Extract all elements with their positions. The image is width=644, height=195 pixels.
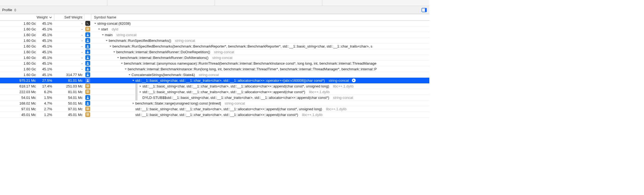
column-header-self-weight[interactable]: Self Weight	[54, 14, 84, 20]
system-library-icon	[85, 89, 90, 94]
tree-row[interactable]: 1.60 Gc 45.1% - benchmark::internal::Ben…	[0, 49, 429, 55]
symbol-cell: benchmark::RunSpecifiedBenchmarks() stri…	[91, 39, 429, 43]
column-header-symbol[interactable]: Symbol Name	[91, 14, 429, 20]
chevron-down-icon[interactable]	[124, 68, 127, 70]
weight-percent: 2.7%	[39, 107, 52, 111]
symbol-library: string-concat	[175, 39, 195, 43]
self-weight-cell: 314.77 Mc	[54, 73, 84, 77]
weight-value: 222.03 Mc	[12, 90, 36, 94]
svg-rect-2	[87, 28, 87, 30]
tree-row[interactable]: 1.60 Gc 45.1% - main string-concat	[0, 32, 429, 38]
tree-row[interactable]: 45.01 Mc 1.2% 45.01 Mc std::__1::basic_s…	[0, 112, 429, 118]
svg-rect-18	[87, 91, 87, 93]
weight-value: 1.60 Gc	[12, 33, 36, 37]
chevron-down-icon[interactable]	[97, 28, 101, 30]
tree-row[interactable]: 54.01 Mc 1.5% 54.01 Mc DYLD-STUB$$std::_…	[0, 95, 429, 100]
focus-arrow-icon[interactable]	[352, 78, 356, 83]
system-library-icon	[85, 84, 90, 89]
svg-point-7	[87, 45, 88, 46]
svg-rect-1	[425, 8, 426, 12]
symbol-name: std::__1::basic_string<char, std::__1::c…	[135, 78, 325, 83]
chevron-down-icon[interactable]	[120, 62, 123, 65]
symbol-library: libc++.1.dylib	[302, 113, 323, 117]
self-weight-cell: -	[54, 50, 84, 54]
symbol-name: DYLD-STUB$$std::__1::basic_string<char, …	[142, 96, 329, 100]
row-kind-icon	[84, 78, 91, 83]
tree-row[interactable]: 618.17 Mc 17.4% 251.03 Mc std::__1::basi…	[0, 83, 429, 89]
weight-value: 1.60 Gc	[12, 27, 36, 31]
self-weight-cell: 54.01 Mc	[54, 96, 84, 100]
tab-segment[interactable]	[0, 0, 107, 6]
self-weight-cell: 251.03 Mc	[54, 84, 84, 88]
tree-row[interactable]: 1.60 Gc 45.1% - string-concat (82038)	[0, 21, 429, 26]
symbol-library: string-concat	[212, 56, 232, 60]
tree-row[interactable]: 222.03 Mc 6.2% 81.01 Mc std::__1::basic_…	[0, 89, 429, 95]
tree-row[interactable]: 1.60 Gc 45.1% - start dyld	[0, 26, 429, 32]
svg-point-13	[87, 79, 88, 80]
column-header-weight[interactable]: Weight	[0, 14, 54, 20]
tree-row[interactable]: 1.60 Gc 45.1% - benchmark::internal::Ben…	[0, 66, 429, 72]
weight-percent: 45.1%	[39, 39, 52, 43]
symbol-library: string-concat	[199, 73, 219, 77]
call-tree[interactable]: 1.60 Gc 45.1% - string-concat (82038) 1.…	[0, 21, 429, 118]
chevron-right-icon[interactable]	[139, 85, 142, 87]
chevron-down-icon[interactable]	[109, 45, 112, 48]
profile-dropdown[interactable]: Profile	[2, 8, 17, 12]
symbol-name: std::__1::basic_string<char, std::__1::c…	[135, 113, 298, 117]
tree-row[interactable]: 1.60 Gc 45.1% - benchmark::internal::Ben…	[0, 55, 429, 61]
symbol-header-label: Symbol Name	[94, 15, 116, 19]
column-headers: Weight Self Weight Symbol Name	[0, 14, 429, 21]
symbol-library: libc++.1.dylib	[326, 107, 346, 111]
chevron-right-icon[interactable]	[132, 102, 135, 105]
tree-row[interactable]: 1.60 Gc 45.1% - benchmark::internal::(an…	[0, 61, 429, 66]
chevron-down-icon[interactable]	[132, 79, 135, 82]
row-kind-icon	[84, 95, 91, 100]
weight-value: 1.60 Gc	[12, 21, 36, 26]
tree-row[interactable]: 1.60 Gc 45.1% - benchmark::RunSpecifiedB…	[0, 38, 429, 43]
chevron-down-icon[interactable]	[116, 56, 120, 59]
tree-row[interactable]: 97.01 Mc 2.7% 97.01 Mc std::__1::basic_s…	[0, 106, 429, 112]
weight-cell: 1.60 Gc 45.1%	[0, 44, 54, 48]
weight-cell: 97.01 Mc 2.7%	[0, 107, 54, 111]
self-weight-cell: -	[54, 61, 84, 65]
tree-row[interactable]: 1.60 Gc 45.1% 314.77 Mc ConcatenateStrin…	[0, 72, 429, 78]
symbol-library: libc++.1.dylib	[333, 84, 354, 88]
weight-percent: 45.1%	[39, 67, 52, 71]
system-library-icon	[85, 112, 90, 117]
weight-percent: 45.1%	[39, 50, 52, 54]
chevron-down-icon[interactable]	[101, 34, 104, 36]
column-header-icon	[84, 14, 91, 20]
row-kind-icon	[84, 101, 91, 106]
weight-value: 1.60 Gc	[12, 50, 36, 54]
chevron-down-icon[interactable]	[112, 51, 116, 53]
weight-cell: 618.17 Mc 17.4%	[0, 84, 54, 88]
symbol-name: benchmark::State::range(unsigned long) c…	[135, 101, 221, 105]
tree-row[interactable]: 1.60 Gc 45.1% - benchmark::RunSpecifiedB…	[0, 43, 429, 49]
chevron-down-icon[interactable]	[93, 22, 97, 25]
symbol-cell: ConcatenateStrings(benchmark::State&) st…	[91, 73, 429, 77]
top-tabs	[0, 0, 429, 6]
toggle-right-panel-icon[interactable]	[421, 8, 427, 12]
self-weight-cell: -	[54, 39, 84, 43]
tab-segment[interactable]	[107, 0, 215, 6]
user-code-icon	[85, 49, 90, 54]
tab-segment[interactable]	[215, 0, 322, 6]
chevron-right-icon[interactable]	[139, 91, 142, 93]
toolbar: Profile	[0, 6, 429, 14]
chevron-down-icon[interactable]	[128, 74, 131, 76]
weight-value: 1.60 Gc	[12, 56, 36, 60]
tree-row[interactable]: 168.02 Mc 4.7% 50.01 Mc benchmark::State…	[0, 100, 429, 106]
weight-percent: 1.5%	[39, 96, 52, 100]
weight-value: 54.01 Mc	[12, 96, 36, 100]
svg-rect-17	[88, 85, 89, 87]
symbol-cell: std::__1::basic_string<char, std::__1::c…	[91, 107, 429, 111]
focus-gutter	[135, 89, 137, 95]
symbol-name: benchmark::internal::BenchmarkInstance::…	[128, 67, 377, 71]
self-weight-cell: 45.01 Mc	[54, 113, 84, 117]
chevron-down-icon[interactable]	[105, 39, 108, 42]
tab-segment[interactable]	[322, 0, 429, 6]
row-kind-icon	[84, 112, 91, 117]
user-code-icon	[85, 44, 90, 49]
weight-percent: 45.1%	[39, 44, 52, 48]
tree-row[interactable]: 975.21 Mc 27.5% 81.01 Mc std::__1::basic…	[0, 78, 429, 83]
